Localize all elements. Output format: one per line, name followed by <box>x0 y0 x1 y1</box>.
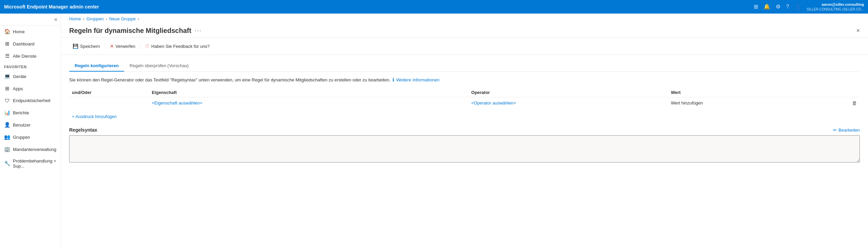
info-icon[interactable]: ℹ <box>392 77 394 82</box>
row-operator[interactable]: <Operator auswählen> <box>468 97 668 109</box>
sidebar-item-mandantenverwaltung[interactable]: 🏢 Mandantenverwaltung <box>0 143 61 155</box>
discard-label: Verwerfen <box>116 44 136 49</box>
sidebar-item-home[interactable]: 🏠 Home <box>0 25 61 38</box>
breadcrumb: Home › Gruppen › Neue Gruppe › <box>61 14 868 21</box>
row-property[interactable]: <Eigenschaft auswählen> <box>149 97 468 109</box>
breadcrumb-gruppen[interactable]: Gruppen <box>86 16 104 21</box>
collapse-icon: « <box>54 16 57 22</box>
toolbar: 💾 Speichern ✕ Verwerfen ♡ Haben Sie Feed… <box>61 38 868 55</box>
col-header-value: Wert <box>668 88 828 97</box>
sidebar-collapse-button[interactable]: « <box>0 14 61 25</box>
row-action[interactable]: 🗑 <box>828 97 860 109</box>
tab-ueberpruefen[interactable]: Regeln überprüfen (Vorschau) <box>124 60 194 72</box>
sidebar-item-geraete-label: Geräte <box>13 74 26 79</box>
rule-syntax-edit-button[interactable]: ✏ Bearbeiten <box>833 128 860 133</box>
breadcrumb-home[interactable]: Home <box>69 16 81 21</box>
breadcrumb-neue-gruppe[interactable]: Neue Gruppe <box>109 16 136 21</box>
sidebar-section-favoriten: FAVORITEN <box>0 62 61 70</box>
panel-title: Regeln für dynamische Mitgliedschaft <box>69 27 191 35</box>
sidebar-item-gruppen-label: Gruppen <box>13 135 30 140</box>
sidebar-item-benutzer-label: Benutzer <box>13 122 31 128</box>
breadcrumb-sep-3: › <box>138 16 139 21</box>
topbar-user[interactable]: aaron@siller.consulting SILLER.CONSULTIN… <box>807 2 864 11</box>
col-header-andor: und/Oder <box>69 88 149 97</box>
col-header-operator: Operator <box>468 88 668 97</box>
discard-button[interactable]: ✕ Verwerfen <box>107 42 139 51</box>
save-label: Speichern <box>80 44 100 49</box>
sidebar: « 🏠 Home ⊞ Dashboard ☰ Alle Dienste FAVO… <box>0 14 61 249</box>
sidebar-item-berichte-label: Berichte <box>13 110 29 115</box>
apps-icon: ⊞ <box>4 85 10 92</box>
gear-icon[interactable]: ⚙ <box>776 3 780 10</box>
topbar-title: Microsoft Endpoint Manager admin center <box>4 4 754 9</box>
save-icon: 💾 <box>73 43 78 49</box>
panel-more-button[interactable]: ··· <box>195 27 202 34</box>
feedback-label: Haben Sie Feedback für uns? <box>151 44 210 49</box>
tab-konfigurieren[interactable]: Regeln konfigurieren <box>69 60 124 72</box>
breadcrumb-sep-1: › <box>83 16 84 21</box>
sidebar-item-apps[interactable]: ⊞ Apps <box>0 82 61 95</box>
bell-icon[interactable]: 🔔 <box>764 3 770 10</box>
layout: « 🏠 Home ⊞ Dashboard ☰ Alle Dienste FAVO… <box>0 14 868 249</box>
topbar-user-org: SILLER.CONSULTING (SILLER.CO... <box>807 7 864 12</box>
table-row: <Eigenschaft auswählen> <Operator auswäh… <box>69 97 860 109</box>
sidebar-item-endpunktsicherheit-label: Endpunktsicherheit <box>13 98 51 103</box>
home-icon: 🏠 <box>4 28 10 35</box>
add-expression-label: + Ausdruck hinzufügen <box>72 114 117 119</box>
tabs: Regeln konfigurieren Regeln überprüfen (… <box>69 60 860 72</box>
feedback-button[interactable]: ♡ Haben Sie Feedback für uns? <box>142 42 213 51</box>
dashboard-icon: ⊞ <box>4 41 10 47</box>
sidebar-item-alle-dienste[interactable]: ☰ Alle Dienste <box>0 50 61 62</box>
berichte-icon: 📊 <box>4 110 10 116</box>
sidebar-item-dashboard[interactable]: ⊞ Dashboard <box>0 38 61 50</box>
problembehandlung-icon: 🔧 <box>4 160 10 167</box>
sidebar-item-dashboard-label: Dashboard <box>13 41 35 46</box>
rule-syntax-header: Regelsyntax ✏ Bearbeiten <box>69 127 860 133</box>
sidebar-item-problembehandlung[interactable]: 🔧 Problembehandlung + Sup... <box>0 155 61 172</box>
row-value[interactable]: Wert hinzufügen <box>668 97 828 109</box>
more-info-link[interactable]: Weitere Informationen <box>396 77 440 82</box>
sidebar-item-berichte[interactable]: 📊 Berichte <box>0 107 61 119</box>
delete-row-icon[interactable]: 🗑 <box>852 100 857 106</box>
description-body: Sie können den Regel-Generator oder das … <box>69 77 390 82</box>
geraete-icon: 💻 <box>4 73 10 79</box>
panel-header: Regeln für dynamische Mitgliedschaft ···… <box>61 21 868 38</box>
help-icon[interactable]: ? <box>786 4 789 10</box>
benutzer-icon: 👤 <box>4 122 10 128</box>
panel-close-button[interactable]: × <box>856 27 860 34</box>
sidebar-item-home-label: Home <box>13 29 25 34</box>
save-button[interactable]: 💾 Speichern <box>69 42 103 51</box>
mandantenverwaltung-icon: 🏢 <box>4 146 10 152</box>
discard-icon: ✕ <box>110 43 114 49</box>
row-andor <box>69 97 149 109</box>
sidebar-item-apps-label: Apps <box>13 86 23 91</box>
description-text: Sie können den Regel-Generator oder das … <box>69 77 860 82</box>
sidebar-item-benutzer[interactable]: 👤 Benutzer <box>0 119 61 131</box>
toolbar-divider-2 <box>140 43 140 50</box>
topbar-icons: ⊞ 🔔 ⚙ ? 👤 aaron@siller.consulting SILLER… <box>754 2 864 11</box>
col-header-property: Eigenschaft <box>149 88 468 97</box>
edit-label: Bearbeiten <box>838 128 860 133</box>
rule-table: und/Oder Eigenschaft Operator Wert <Eige… <box>69 88 860 109</box>
content-area: Regeln konfigurieren Regeln überprüfen (… <box>61 55 868 249</box>
col-header-action <box>828 88 860 97</box>
topbar-user-name: aaron@siller.consulting <box>807 2 864 7</box>
sidebar-item-problembehandlung-label: Problembehandlung + Sup... <box>13 158 57 169</box>
endpunktsicherheit-icon: 🛡 <box>4 98 10 103</box>
rule-syntax-label: Regelsyntax <box>69 127 97 133</box>
edit-icon: ✏ <box>833 128 837 133</box>
portal-icon[interactable]: ⊞ <box>754 3 758 10</box>
add-expression-button[interactable]: + Ausdruck hinzufügen <box>69 113 119 120</box>
gruppen-icon: 👥 <box>4 134 10 140</box>
main-content: Home › Gruppen › Neue Gruppe › Regeln fü… <box>61 14 868 249</box>
feedback-icon: ♡ <box>145 43 150 49</box>
sidebar-item-geraete[interactable]: 💻 Geräte <box>0 70 61 82</box>
user-icon[interactable]: 👤 <box>794 3 801 10</box>
sidebar-item-endpunktsicherheit[interactable]: 🛡 Endpunktsicherheit <box>0 95 61 107</box>
sidebar-item-gruppen[interactable]: 👥 Gruppen <box>0 131 61 143</box>
sidebar-item-alle-dienste-label: Alle Dienste <box>13 54 36 59</box>
alle-dienste-icon: ☰ <box>4 53 10 59</box>
rule-syntax-textarea[interactable] <box>69 135 860 162</box>
toolbar-divider-1 <box>105 43 105 50</box>
topbar: Microsoft Endpoint Manager admin center … <box>0 0 868 14</box>
